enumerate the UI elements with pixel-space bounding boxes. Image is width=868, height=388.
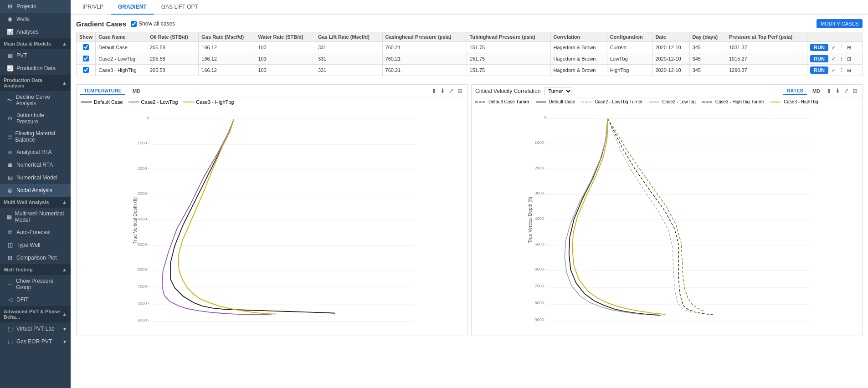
- actions-cell: RUN ✓ ⋮ ⊞: [807, 42, 863, 53]
- svg-text:1000 -: 1000 -: [138, 141, 149, 145]
- row-show-checkbox[interactable]: [83, 67, 89, 73]
- svg-text:2000 -: 2000 -: [138, 166, 149, 171]
- left-tab-md[interactable]: MD: [129, 87, 144, 95]
- left-chart-toolbar: TEMPERATURE MD ⬆ ⬇ ⤢ ⊞: [77, 85, 467, 97]
- sidebar-item-chow-pressure[interactable]: ⋯ Chow Pressure Group: [0, 275, 71, 293]
- right-export-icon[interactable]: ⬆: [826, 87, 832, 95]
- settings-icon[interactable]: ⊞: [457, 87, 463, 95]
- tab-bar: IPR/VLP GRADIENT GAS LIFT OPT: [71, 0, 868, 15]
- run-button[interactable]: RUN: [810, 55, 828, 62]
- cases-table: Show Case Name Oil Rate (STB/d) Gas Rate…: [76, 32, 863, 76]
- right-zoom-icon[interactable]: ⤢: [843, 87, 850, 95]
- run-button[interactable]: RUN: [810, 44, 828, 51]
- col-day: Day (days): [689, 32, 726, 42]
- show-all-label[interactable]: Show all cases: [131, 20, 175, 27]
- day-cell: 345: [689, 53, 726, 65]
- show-all-checkbox[interactable]: [131, 21, 137, 27]
- left-tab-temperature[interactable]: TEMPERATURE: [80, 87, 125, 95]
- pressure-top-perf-cell: 1015.27: [726, 53, 807, 65]
- sidebar-item-dfit[interactable]: ◁ DFIT: [0, 293, 71, 306]
- section-well-testing[interactable]: Well Testing ▲: [0, 264, 71, 275]
- col-gas-rate: Gas Rate (Mscf/d): [199, 32, 255, 42]
- sidebar-item-auto-forecast[interactable]: ⟳ Auto-Forecast: [0, 226, 71, 239]
- more-icon[interactable]: ⋮: [839, 45, 844, 50]
- sidebar-item-flowing-material[interactable]: ⊟ Flowing Material Balance: [0, 128, 71, 146]
- show-checkbox-cell[interactable]: [77, 53, 96, 65]
- sidebar-item-numerical-model[interactable]: ▤ Numerical Model: [0, 171, 71, 184]
- left-chart-svg: True Vertical Depth (ft) 0 1000 - 2000 -…: [77, 107, 467, 334]
- tab-ipr-vlp[interactable]: IPR/VLP: [75, 0, 111, 15]
- gas-lift-rate-cell: 331: [315, 53, 382, 65]
- case3-line: [178, 119, 276, 314]
- row-show-checkbox[interactable]: [83, 56, 89, 61]
- grid-icon[interactable]: ⊞: [847, 56, 851, 61]
- svg-text:6000 -: 6000 -: [138, 267, 149, 272]
- left-chart-legend: Default CaseCase2 - LowTbgCase3 - HighTb…: [77, 97, 467, 107]
- check-icon: ✓: [832, 67, 836, 73]
- download-icon[interactable]: ⬇: [439, 87, 446, 95]
- grid-icon[interactable]: ⊞: [847, 45, 851, 50]
- right-legend-item: Default Case Turner: [475, 99, 529, 104]
- section-main-data[interactable]: Main Data & Models ▲: [0, 38, 71, 49]
- oil-rate-cell: 205.58: [147, 53, 198, 65]
- more-icon[interactable]: ⋮: [839, 56, 844, 61]
- col-configuration: Configuration: [607, 32, 652, 42]
- sidebar-item-virtual-pvt[interactable]: ⬚ Virtual PVT Lab ▼: [0, 322, 71, 335]
- tab-gas-lift-opt[interactable]: GAS LIFT OPT: [154, 0, 205, 15]
- show-checkbox-cell[interactable]: [77, 65, 96, 76]
- sidebar-item-numerical-rta[interactable]: ≣ Numerical RTA: [0, 158, 71, 171]
- sidebar-item-analytical-rta[interactable]: ≋ Analytical RTA: [0, 146, 71, 158]
- right-settings-icon[interactable]: ⊞: [852, 87, 858, 95]
- sidebar-item-nodal-analysis[interactable]: ◎ Nodal Analysis: [0, 184, 71, 197]
- more-icon[interactable]: ⋮: [839, 67, 844, 73]
- sidebar-item-multiwell-numerical[interactable]: ▦ Multi-well Numerical Model: [0, 208, 71, 226]
- day-cell: 345: [689, 42, 726, 53]
- check-icon: ✓: [832, 56, 836, 61]
- right-tab-rates[interactable]: RATES: [783, 87, 806, 95]
- export-icon[interactable]: ⬆: [431, 87, 437, 95]
- sidebar-item-pvt[interactable]: ▦ PVT: [0, 49, 71, 62]
- svg-text:1000 -: 1000 -: [534, 140, 546, 145]
- left-legend-item: Case2 - LowTbg: [128, 99, 178, 105]
- row-show-checkbox[interactable]: [83, 44, 89, 50]
- content-area: Gradient Cases Show all cases MODIFY CAS…: [71, 15, 868, 388]
- projects-icon: ⊞: [6, 3, 14, 10]
- date-cell: 2020-12-10: [652, 65, 689, 76]
- right-chart-title: Critical Velocity Correlation: [475, 88, 540, 94]
- svg-text:9000 -: 9000 -: [138, 318, 149, 322]
- section-advanced-pvt[interactable]: Advanced PVT & Phase Beha... ▲: [0, 306, 71, 322]
- modify-cases-button[interactable]: MODIFY CASES: [817, 19, 863, 28]
- section-multiwell[interactable]: Multi-Well Analysis ▲: [0, 197, 71, 208]
- show-checkbox-cell[interactable]: [77, 42, 96, 53]
- col-casinghead: Casinghead Pressure (psia): [382, 32, 467, 42]
- gas-rate-cell: 166.12: [199, 65, 255, 76]
- run-button[interactable]: RUN: [810, 66, 828, 74]
- sidebar-item-production-data[interactable]: 📈 Production Data: [0, 62, 71, 75]
- sidebar-item-comparison-plot[interactable]: ⊞ Comparison Plot: [0, 251, 71, 264]
- sidebar-item-type-well[interactable]: ◫ Type Well: [0, 239, 71, 251]
- gas-rate-cell: 166.12: [199, 53, 255, 65]
- col-gas-lift-rate: Gas Lift Rate (Mscf/d): [315, 32, 382, 42]
- casinghead-cell: 760.21: [382, 42, 467, 53]
- right-case2-turner-line: [608, 119, 693, 313]
- sidebar-item-projects[interactable]: ⊞ Projects: [0, 0, 71, 13]
- case-name-cell: Default Case: [96, 42, 147, 53]
- right-legend-item: Case2 - LowTbg: [649, 99, 695, 104]
- sidebar-item-wells[interactable]: ◉ Wells: [0, 13, 71, 26]
- section-production-analysis[interactable]: Production Data Analysis ▲: [0, 75, 71, 91]
- zoom-icon[interactable]: ⤢: [448, 87, 455, 95]
- sidebar-item-bottomhole[interactable]: ⊙ Bottomhole Pressure: [0, 109, 71, 128]
- gas-lift-rate-cell: 331: [315, 65, 382, 76]
- tubinghead-cell: 151.75: [467, 53, 550, 65]
- correlation-select[interactable]: Turner: [544, 87, 572, 95]
- sidebar-item-decline-curve[interactable]: 〜 Decline Curve Analysis: [0, 91, 71, 109]
- right-download-icon[interactable]: ⬇: [834, 87, 841, 95]
- left-toolbar-right: ⬆ ⬇ ⤢ ⊞: [431, 87, 463, 95]
- sidebar-item-analyses[interactable]: 📊 Analyses: [0, 26, 71, 38]
- sidebar-item-gas-eor[interactable]: ⬚ Gas EOR PVT ▼: [0, 335, 71, 348]
- case2-line: [162, 119, 272, 315]
- sidebar-item-label: Wells: [16, 16, 30, 22]
- right-tab-md[interactable]: MD: [809, 87, 824, 95]
- grid-icon[interactable]: ⊞: [847, 67, 851, 73]
- tab-gradient[interactable]: GRADIENT: [111, 0, 154, 15]
